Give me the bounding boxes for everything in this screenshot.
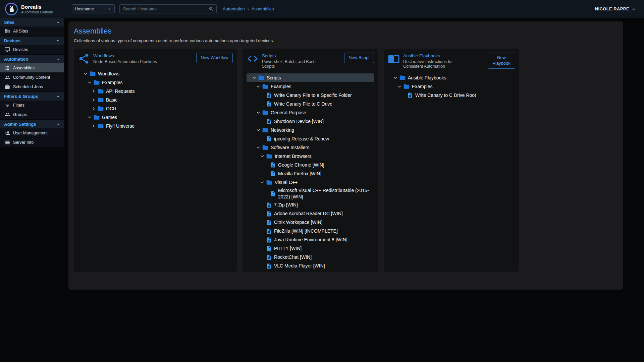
chevron-down-icon[interactable] xyxy=(259,179,265,185)
sidebar-item-user-management[interactable]: User Management xyxy=(0,128,64,138)
community-icon xyxy=(5,75,10,80)
chevron-right-icon[interactable] xyxy=(91,97,97,103)
tree-folder-basic[interactable]: Basic xyxy=(78,96,233,104)
file-icon xyxy=(270,191,276,197)
tree-file-putty-win[interactable]: PuTTY [WIN] xyxy=(247,244,374,253)
sidebar-item-server-info[interactable]: Server Info xyxy=(0,138,64,147)
chevron-down-icon[interactable] xyxy=(396,83,402,89)
search-icon xyxy=(209,6,214,11)
tree-item-label: Examples xyxy=(102,79,122,86)
tree-file-shutdown-device-win[interactable]: Shutdown Device [WIN] xyxy=(247,117,374,126)
chevron-down-icon[interactable] xyxy=(83,71,89,77)
person-add-icon xyxy=(5,130,10,136)
chevron-up-icon xyxy=(55,38,60,43)
sidebar-item-scheduled-jobs[interactable]: Scheduled Jobs xyxy=(0,82,64,92)
sidebar-item-community-content[interactable]: Community Content xyxy=(0,73,64,82)
chevron-down-icon[interactable] xyxy=(255,144,261,150)
briefcase-icon xyxy=(5,84,10,89)
tree-file-adobe-acrobat-reader-dc-win[interactable]: Adobe Acrobat Reader DC [WIN] xyxy=(247,209,374,218)
sidebar-section-devices[interactable]: Devices xyxy=(0,37,64,45)
new-scripts-button[interactable]: New Script xyxy=(344,53,374,63)
sidebar-section-sites[interactable]: Sites xyxy=(0,18,64,26)
tree-folder-internet-browsers[interactable]: Internet Browsers xyxy=(247,152,374,161)
sidebar-item-assemblies[interactable]: Assemblies xyxy=(0,63,64,73)
logo-area: Borealis Automation Platform xyxy=(0,2,64,16)
sidebar-item-label: Scheduled Jobs xyxy=(13,84,43,89)
tree-folder-flyff-universe[interactable]: Flyff Universe xyxy=(78,122,233,130)
sidebar-item-devices[interactable]: Devices xyxy=(0,45,64,54)
tree-folder-workflows[interactable]: Workflows xyxy=(78,69,233,78)
breadcrumb-assemblies[interactable]: Assemblies xyxy=(252,6,274,11)
tree-folder-software-installers[interactable]: Software Installers xyxy=(247,143,374,152)
sidebar-section-admin-settings[interactable]: Admin Settings xyxy=(0,120,64,128)
tree-item-label: FileZilla [WIN] [INCOMPLETE] xyxy=(274,228,338,234)
folder-icon xyxy=(258,74,265,81)
chevron-down-icon[interactable] xyxy=(251,75,257,81)
hostname-select[interactable]: Hostname xyxy=(72,4,115,13)
chevron-right-icon[interactable] xyxy=(91,123,97,129)
tree-item-label: PuTTY [WIN] xyxy=(274,245,302,252)
tree-file-google-chrome-win[interactable]: Google Chrome [WIN] xyxy=(247,161,374,169)
sidebar-item-all-sites[interactable]: All Sites xyxy=(0,26,64,36)
chevron-down-icon[interactable] xyxy=(87,79,93,85)
tree-folder-examples[interactable]: Examples xyxy=(78,78,233,87)
tree-file-write-canary-to-c-drive-root[interactable]: Write Canary to C Drive Root xyxy=(388,91,515,100)
playbooks-card: Ansible PlaybooksDeclarative Instruction… xyxy=(384,49,519,272)
scripts-card: ScriptsPowershell, Batch, and Bash Scrip… xyxy=(243,49,378,272)
new-workflows-button[interactable]: New Workflow xyxy=(196,53,233,63)
tree-folder-ansible-playbooks[interactable]: Ansible Playbooks xyxy=(388,73,515,82)
sidebar-item-label: Groups xyxy=(13,112,27,117)
tree-file-citrix-workspace-win[interactable]: Citrix Workspace [WIN] xyxy=(247,218,374,227)
tree-folder-networking[interactable]: Networking xyxy=(247,126,374,134)
tree-file-java-runtime-environment-8-win[interactable]: Java Runtime Environment 8 [WIN] xyxy=(247,236,374,244)
sidebar: SitesAll SitesDevicesDevicesAutomationAs… xyxy=(0,18,64,362)
chevron-down-icon[interactable] xyxy=(87,114,93,120)
card-title: Workflows xyxy=(93,53,157,58)
file-icon xyxy=(266,118,272,124)
tree-file-ipconfig-release-renew[interactable]: ipconfig Release & Renew xyxy=(247,134,374,143)
chevron-right-icon[interactable] xyxy=(91,106,97,112)
tree-folder-ocr[interactable]: OCR xyxy=(78,104,233,113)
search-input[interactable] xyxy=(122,6,209,12)
playbooks-card-header: Ansible PlaybooksDeclarative Instruction… xyxy=(388,53,515,69)
chevron-down-icon[interactable] xyxy=(392,75,398,81)
tree-folder-examples[interactable]: Examples xyxy=(247,82,374,91)
tree-folder-games[interactable]: Games xyxy=(78,113,233,122)
sidebar-item-filters[interactable]: Filters xyxy=(0,101,64,110)
new-playbooks-button[interactable]: New Playbook xyxy=(488,53,515,69)
tree-folder-scripts[interactable]: Scripts xyxy=(247,73,374,82)
tree-folder-general-purpose[interactable]: General Purpose xyxy=(247,108,374,117)
sidebar-section-label: Sites xyxy=(4,20,14,25)
chevron-down-icon[interactable] xyxy=(255,110,261,116)
tree-file-microsoft-visual-c-redistributable-2015-2022-win[interactable]: Microsoft Visual C++ Redistributable (20… xyxy=(247,187,374,201)
chevron-up-icon xyxy=(55,20,60,25)
search-box xyxy=(119,4,217,13)
tree-folder-examples[interactable]: Examples xyxy=(388,82,515,91)
breadcrumb-separator: › xyxy=(248,6,249,11)
card-title: Scripts xyxy=(262,53,329,58)
sidebar-section-automation[interactable]: Automation xyxy=(0,55,64,63)
folder-icon xyxy=(262,109,269,116)
tree-file-write-canary-file-to-c-drive[interactable]: Write Canary File to C Drive xyxy=(247,100,374,108)
file-icon xyxy=(266,254,272,260)
chevron-down-icon[interactable] xyxy=(255,127,261,133)
chevron-up-icon xyxy=(55,94,60,99)
tree-file-7-zip-win[interactable]: 7-Zip [WIN] xyxy=(247,201,374,209)
sidebar-section-filters-groups[interactable]: Filters & Groups xyxy=(0,92,64,101)
chevron-down-icon[interactable] xyxy=(255,83,261,89)
tree-file-vlc-media-player-win[interactable]: VLC Media Player [WIN] xyxy=(247,262,374,270)
file-icon xyxy=(266,220,272,226)
tree-file-rocketchat-win[interactable]: RocketChat [WIN] xyxy=(247,253,374,262)
chevron-down-icon[interactable] xyxy=(259,153,265,159)
tree-file-write-canary-file-to-a-specific-folder[interactable]: Write Canary File to a Specific Folder xyxy=(247,91,374,100)
tree-folder-api-requests[interactable]: API Requests xyxy=(78,87,233,96)
tree-item-label: Mozilla Firefox [WIN] xyxy=(278,171,321,177)
chevron-right-icon[interactable] xyxy=(91,88,97,94)
tree-folder-visual-c[interactable]: Visual C++ xyxy=(247,178,374,187)
breadcrumb: Automation › Assemblies xyxy=(223,6,274,11)
breadcrumb-automation[interactable]: Automation xyxy=(223,6,245,11)
sidebar-item-groups[interactable]: Groups xyxy=(0,110,64,119)
user-menu[interactable]: NICOLE RAPPE xyxy=(595,6,637,12)
tree-file-mozilla-firefox-win[interactable]: Mozilla Firefox [WIN] xyxy=(247,169,374,178)
tree-file-filezilla-win-incomplete[interactable]: FileZilla [WIN] [INCOMPLETE] xyxy=(247,227,374,236)
